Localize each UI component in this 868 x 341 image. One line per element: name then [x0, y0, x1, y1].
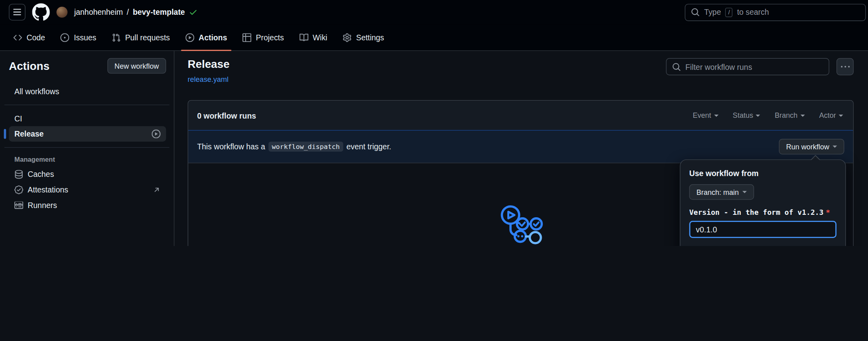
workflow-graph-illustration	[497, 204, 544, 246]
branch-selector-label: Branch: main	[696, 188, 739, 196]
workflow-file-link[interactable]: release.yaml	[188, 75, 228, 83]
server-icon	[14, 201, 23, 210]
chevron-down-icon	[839, 114, 843, 117]
filter-label: Branch	[775, 111, 798, 120]
breadcrumb: janhohenheim / bevy-template	[74, 8, 198, 16]
filter-label: Event	[693, 111, 711, 120]
sidebar-item-label: Runners	[28, 201, 57, 210]
hamburger-menu-button[interactable]	[9, 4, 26, 21]
run-workflow-popover: Use workflow from Branch: main Version -…	[680, 159, 846, 246]
sidebar-item-attestations[interactable]: Attestations	[9, 182, 166, 198]
breadcrumb-separator: /	[127, 8, 129, 16]
chevron-down-icon	[800, 114, 805, 117]
popover-title: Use workflow from	[689, 169, 836, 178]
top-nav: janhohenheim / bevy-template Type / to s…	[0, 0, 868, 24]
run-workflow-dropdown-button[interactable]: Run workflow	[779, 139, 844, 155]
sidebar-item-label: Caches	[28, 170, 54, 178]
github-actions-page: janhohenheim / bevy-template Type / to s…	[0, 0, 868, 246]
tab-label: Pull requests	[125, 33, 170, 42]
sidebar-item-caches[interactable]: Caches	[9, 167, 166, 182]
tab-label: Code	[27, 33, 45, 42]
required-asterisk: *	[826, 208, 830, 216]
filter-label: Status	[733, 111, 753, 120]
tab-issues[interactable]: Issues	[55, 24, 102, 50]
breadcrumb-owner-link[interactable]: janhohenheim	[74, 8, 123, 16]
issue-opened-icon	[61, 33, 70, 42]
tab-actions[interactable]: Actions	[180, 24, 232, 50]
sidebar-item-release[interactable]: Release	[9, 126, 166, 142]
slash-key-icon: /	[725, 8, 733, 17]
hamburger-icon	[13, 8, 22, 16]
tab-label: Settings	[356, 33, 384, 42]
version-label-text: Version - in the form of v1.2.3	[689, 208, 823, 216]
search-icon	[691, 8, 700, 16]
sidebar-divider	[4, 105, 169, 105]
git-pull-request-icon	[112, 33, 121, 42]
tab-pull-requests[interactable]: Pull requests	[106, 24, 175, 50]
banner-text: This workflow has a workflow_dispatch ev…	[197, 142, 391, 152]
database-icon	[14, 170, 23, 178]
page-title: Release	[188, 58, 230, 71]
tab-label: Issues	[74, 33, 96, 42]
workflow-options-button[interactable]	[836, 58, 854, 75]
tab-code[interactable]: Code	[8, 24, 50, 50]
sidebar-title: Actions	[9, 59, 50, 72]
tab-label: Actions	[199, 33, 227, 42]
kebab-icon	[840, 62, 849, 71]
banner-text-after: event trigger.	[346, 142, 391, 151]
sidebar-item-label: Release	[14, 129, 44, 138]
sidebar-item-label: All workflows	[14, 87, 59, 96]
version-field-label: Version - in the form of v1.2.3*	[689, 208, 836, 216]
external-link-arrow-icon	[153, 186, 161, 194]
branch-selector-button[interactable]: Branch: main	[689, 184, 754, 200]
search-placeholder-prefix: Type	[704, 8, 721, 16]
sidebar-item-label: CI	[14, 114, 22, 123]
version-input[interactable]	[689, 221, 836, 238]
gear-icon	[343, 33, 352, 42]
verified-badge-icon	[14, 185, 23, 194]
filter-label: Actor	[819, 111, 836, 120]
banner-text-before: This workflow has a	[197, 142, 265, 151]
new-workflow-button[interactable]: New workflow	[107, 58, 166, 74]
actor-filter-dropdown[interactable]: Actor	[819, 111, 843, 120]
chevron-down-icon	[832, 145, 837, 148]
sidebar-item-label: Attestations	[28, 185, 68, 194]
play-icon	[152, 129, 161, 138]
chevron-down-icon	[756, 114, 760, 117]
sidebar-section-management: Management	[9, 155, 166, 163]
github-logo-icon[interactable]	[32, 3, 50, 21]
actions-sidebar: Actions New workflow All workflows CI Re…	[0, 51, 175, 246]
table-icon	[242, 33, 251, 42]
banner-code: workflow_dispatch	[268, 142, 343, 152]
global-search-input[interactable]: Type / to search	[685, 4, 866, 21]
user-avatar[interactable]	[56, 7, 68, 18]
sidebar-item-ci[interactable]: CI	[9, 111, 166, 126]
play-icon	[185, 33, 194, 42]
tab-label: Wiki	[313, 33, 328, 42]
breadcrumb-repo-link[interactable]: bevy-template	[133, 8, 185, 16]
search-placeholder-suffix: to search	[737, 8, 769, 16]
filter-workflow-runs-input[interactable]: Filter workflow runs	[666, 58, 829, 75]
run-workflow-label: Run workflow	[786, 143, 829, 151]
branch-filter-dropdown[interactable]: Branch	[775, 111, 805, 120]
chevron-down-icon	[714, 114, 718, 117]
workflow-dispatch-banner: This workflow has a workflow_dispatch ev…	[188, 130, 853, 163]
tab-wiki[interactable]: Wiki	[294, 24, 333, 50]
tab-settings[interactable]: Settings	[337, 24, 389, 50]
chevron-down-icon	[742, 191, 747, 193]
runs-count: 0 workflow runs	[197, 111, 256, 120]
tab-projects[interactable]: Projects	[237, 24, 289, 50]
code-icon	[13, 33, 22, 42]
book-icon	[299, 33, 308, 42]
runs-list-header: 0 workflow runs Event Status Branch Acto…	[188, 101, 853, 130]
check-icon	[189, 8, 198, 16]
sidebar-item-runners[interactable]: Runners	[9, 198, 166, 213]
repo-tab-bar: Code Issues Pull requests Actions Projec…	[0, 24, 868, 51]
event-filter-dropdown[interactable]: Event	[693, 111, 718, 120]
filter-placeholder: Filter workflow runs	[685, 62, 752, 71]
search-icon	[672, 62, 681, 71]
sidebar-item-all-workflows[interactable]: All workflows	[9, 83, 166, 99]
sidebar-divider	[4, 147, 169, 148]
status-filter-dropdown[interactable]: Status	[733, 111, 760, 120]
tab-label: Projects	[256, 33, 284, 42]
